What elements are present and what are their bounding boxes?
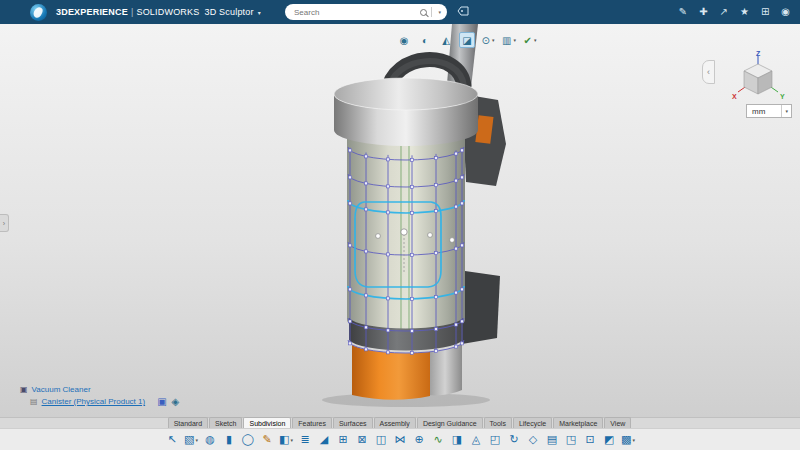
axis-y-label: Y	[780, 93, 785, 100]
viewport-canvas[interactable]: ◉◐◭◪⊙▥✔ ‹ Z X Y mm ▾ › ▣ Vacuum Cleaner	[0, 24, 800, 417]
app-name: 3D Sculptor	[204, 7, 253, 17]
collapse-panel-button[interactable]: ‹	[702, 60, 715, 84]
global-search: ▾	[285, 4, 447, 20]
tab-view[interactable]: View	[604, 417, 631, 428]
tree-root[interactable]: ▣ Vacuum Cleaner	[20, 384, 179, 396]
user-avatar-icon[interactable]: ◉	[781, 7, 790, 17]
tab-design-guidance[interactable]: Design Guidance	[417, 417, 483, 428]
shaded-view-icon[interactable]: ◐	[417, 32, 433, 48]
units-selector[interactable]: mm ▾	[746, 104, 792, 118]
app-switcher-caret-icon[interactable]: ▾	[258, 10, 261, 16]
edit-cage-tool[interactable]: ✎	[259, 431, 276, 449]
tab-subdivision[interactable]: Subdivision	[243, 417, 291, 428]
orientation-triad[interactable]: Z X Y	[728, 50, 792, 106]
tree-active-item[interactable]: ▤ Canister (Physical Product 1) ▣◈	[30, 396, 179, 408]
perspective-icon[interactable]: ◭	[438, 32, 454, 48]
mirror-body-tool[interactable]: ◬	[468, 431, 485, 449]
fill-hole-tool[interactable]: ◇	[525, 431, 542, 449]
units-caret-icon[interactable]: ▾	[781, 105, 791, 117]
hide-show-icon[interactable]: ◉	[396, 32, 412, 48]
update-check-icon[interactable]: ✔	[522, 32, 538, 48]
bridge-faces-tool[interactable]: ⋈	[392, 431, 409, 449]
top-bar: 3DEXPERIENCE|SOLIDWORKS3D Sculptor▾ ▾ ✎✚…	[0, 0, 800, 24]
display-state-icon[interactable]: ◈	[172, 397, 180, 407]
insert-loop-tool[interactable]: ≣	[297, 431, 314, 449]
active-product-link[interactable]: Canister (Physical Product 1)	[42, 396, 146, 408]
weld-vertices-tool[interactable]: ⊕	[411, 431, 428, 449]
delete-face-tool[interactable]: ⊠	[354, 431, 371, 449]
tree-badges: ▣◈	[157, 397, 179, 407]
model-base-silver[interactable]	[428, 343, 462, 395]
section-view-icon[interactable]: ◪	[459, 32, 475, 48]
cylinder-primitive-tool[interactable]: ▮	[221, 431, 238, 449]
merge-bodies-tool[interactable]: ◨	[449, 431, 466, 449]
offset-surface-tool[interactable]: ◳	[563, 431, 580, 449]
split-face-tool[interactable]: ◫	[373, 431, 390, 449]
mesh-display-tool[interactable]: ▩	[620, 431, 637, 449]
select-tool[interactable]: ↖	[164, 431, 181, 449]
search-scope-caret-icon[interactable]: ▾	[432, 9, 447, 15]
feature-tree: ▣ Vacuum Cleaner ▤ Canister (Physical Pr…	[20, 384, 179, 408]
assembly-icon: ▣	[20, 386, 28, 394]
tree-root-label[interactable]: Vacuum Cleaner	[32, 384, 91, 396]
view-toolbar: ◉◐◭◪⊙▥✔	[396, 32, 538, 48]
tag-bookmark-icon[interactable]	[457, 6, 469, 16]
favorites-icon[interactable]: ★	[740, 7, 749, 17]
smooth-mesh-tool[interactable]: ∿	[430, 431, 447, 449]
share-icon[interactable]: ↗	[720, 7, 728, 17]
pattern-tool[interactable]: ▤	[544, 431, 561, 449]
section-analysis-tool[interactable]: ◩	[601, 431, 618, 449]
brand-product: SOLIDWORKS	[136, 7, 199, 17]
topbar-right-icons: ✎✚↗★⊞◉	[679, 0, 790, 24]
subdivision-body-icon[interactable]: ▣	[157, 397, 166, 407]
tab-marketplace[interactable]: Marketplace	[553, 417, 603, 428]
crease-edge-tool[interactable]: ◢	[316, 431, 333, 449]
model-metal-cap[interactable]	[334, 78, 478, 146]
search-icon[interactable]	[420, 9, 427, 16]
tab-surfaces[interactable]: Surfaces	[333, 417, 373, 428]
compose-icon[interactable]: ✎	[679, 7, 687, 17]
app-title[interactable]: 3DEXPERIENCE|SOLIDWORKS3D Sculptor▾	[56, 7, 261, 17]
tab-standard[interactable]: Standard	[168, 417, 208, 428]
3d-sculptor-window: 3DEXPERIENCE|SOLIDWORKS3D Sculptor▾ ▾ ✎✚…	[0, 0, 800, 450]
tab-features[interactable]: Features	[292, 417, 332, 428]
ribbon-tab-bar: StandardSketchSubdivisionFeaturesSurface…	[0, 417, 800, 428]
tab-lifecycle[interactable]: Lifecycle	[513, 417, 552, 428]
tab-assembly[interactable]: Assembly	[374, 417, 416, 428]
display-mode-icon[interactable]: ▥	[501, 32, 517, 48]
apps-grid-icon[interactable]: ⊞	[761, 7, 769, 17]
symmetry-tool[interactable]: ◧	[278, 431, 295, 449]
axis-x-label: X	[732, 93, 737, 100]
units-value: mm	[747, 107, 781, 116]
snap-options-icon[interactable]: ⊙	[480, 32, 496, 48]
sphere-primitive-tool[interactable]: ◍	[202, 431, 219, 449]
revolve-tool[interactable]: ↻	[506, 431, 523, 449]
vacuum-model[interactable]	[0, 24, 800, 417]
box-primitive-tool[interactable]: ▧	[183, 431, 200, 449]
align-tool[interactable]: ◰	[487, 431, 504, 449]
3ds-compass-logo[interactable]	[30, 4, 47, 21]
axis-z-label: Z	[756, 50, 761, 57]
search-input[interactable]	[285, 7, 420, 18]
measure-tool[interactable]: ⊡	[582, 431, 599, 449]
brand-separator: |	[131, 7, 134, 17]
add-icon[interactable]: ✚	[699, 7, 707, 17]
expand-panel-button[interactable]: ›	[0, 214, 9, 232]
brand-3dexperience: 3DEXPERIENCE	[56, 7, 128, 17]
tab-sketch[interactable]: Sketch	[209, 417, 242, 428]
product-icon: ▤	[30, 398, 38, 406]
action-bar: ↖▧◍▮◯✎◧≣◢⊞⊠◫⋈⊕∿◨◬◰↻◇▤◳⊡◩▩	[0, 428, 800, 450]
tab-tools[interactable]: Tools	[484, 417, 512, 428]
extrude-face-tool[interactable]: ⊞	[335, 431, 352, 449]
quadball-primitive-tool[interactable]: ◯	[240, 431, 257, 449]
